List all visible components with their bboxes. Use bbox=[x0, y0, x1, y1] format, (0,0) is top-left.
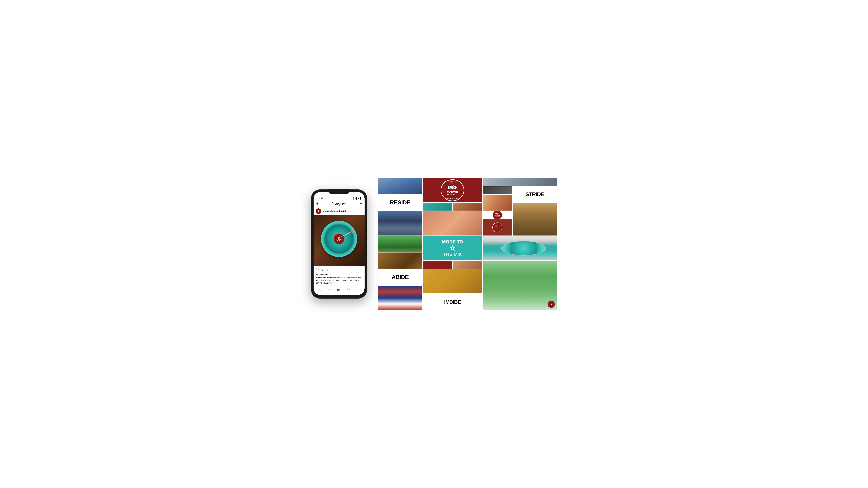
signal-icon: ▌▌▌ bbox=[353, 197, 357, 199]
phone-notch bbox=[328, 189, 350, 194]
collage-cell-more-mix: MORE TO ★ THE MIX bbox=[423, 236, 482, 260]
like-icon[interactable]: ♡ bbox=[316, 268, 319, 272]
logo-plum: PLUM CREEK bbox=[446, 198, 459, 199]
comment-icon[interactable]: ○ bbox=[321, 268, 323, 272]
collage-cell-imbibe: IMBIBE bbox=[423, 294, 482, 310]
bottom-right-logo: ★ bbox=[548, 300, 555, 308]
search-icon[interactable]: ⊙ bbox=[327, 288, 330, 292]
status-icons: ▌▌▌ ▾ ▐ bbox=[353, 197, 361, 199]
bookmark-icon[interactable]: ⊡ bbox=[359, 268, 362, 272]
collage-section: EST. 2021 · KYLE, TX THE BRICK AND MORTA… bbox=[378, 178, 557, 310]
main-logo-circle: EST. 2021 · KYLE, TX THE BRICK AND MORTA… bbox=[441, 179, 464, 201]
small-logo-dist: DISTRICT bbox=[495, 216, 500, 217]
post-actions: ♡ ○ ⬆ ⊡ bbox=[314, 266, 365, 273]
collage-cell-path bbox=[378, 236, 422, 252]
collage-cell-shoes bbox=[483, 178, 557, 186]
vinyl-record: THE BRICK & MORTAR DISTRICT bbox=[321, 221, 357, 257]
share-icon[interactable]: ⬆ bbox=[326, 268, 329, 272]
battery-icon: ▐ bbox=[360, 197, 361, 199]
abide-text: ABIDE bbox=[392, 274, 409, 281]
post-image: THE BRICK & MORTAR DISTRICT bbox=[314, 215, 365, 266]
star-badge: ★ bbox=[548, 300, 555, 308]
logo-district: DISTRICT bbox=[447, 194, 458, 196]
the-mix-text: THE MIX bbox=[443, 252, 462, 257]
avatar-star-icon: ★ bbox=[317, 210, 320, 213]
collage-cell-benches bbox=[378, 253, 422, 268]
bottom-nav: ⌂ ⊙ ⊞ ♡ ⊙ bbox=[314, 286, 365, 295]
status-time: 12:58 bbox=[317, 197, 323, 200]
camera-icon[interactable]: ☀ bbox=[316, 202, 319, 205]
vinyl-label-text: THE BRICK & MORTAR DISTRICT bbox=[337, 237, 342, 241]
caption-username: brickandmortardistrict bbox=[316, 276, 336, 279]
post-header: ★ brickandmortardistrict ··· bbox=[314, 207, 365, 215]
avatar: ★ bbox=[316, 208, 321, 214]
collage-cell-vinyl-large bbox=[483, 236, 557, 260]
collage-cell-1 bbox=[378, 178, 422, 194]
reside-text: RESIDE bbox=[390, 199, 410, 206]
mix-star-icon: ★ bbox=[450, 245, 455, 251]
more-to-text: MORE TO bbox=[442, 239, 463, 245]
collage-cell-social bbox=[423, 269, 482, 293]
collage-cell-reside: RESIDE bbox=[378, 195, 422, 211]
collage-cell-person bbox=[453, 261, 482, 268]
logo-est: EST. 2021 · KYLE, TX bbox=[443, 181, 462, 184]
collage-cell-warm bbox=[453, 203, 482, 210]
collage-cell-abide: ABIDE bbox=[378, 269, 422, 285]
profile-icon[interactable]: ⊙ bbox=[356, 288, 360, 292]
phone-frame: 12:58 ▌▌▌ ▾ ▐ ☀ Instagram ➤ bbox=[311, 189, 367, 299]
collage-cell-dog: ★ bbox=[483, 261, 557, 310]
collage-cell-smile bbox=[423, 211, 482, 235]
collage-cell-red-small: BRICK & MORTAR DISTRICT bbox=[483, 220, 512, 235]
phone-screen: 12:58 ▌▌▌ ▾ ▐ ☀ Instagram ➤ bbox=[314, 192, 365, 295]
post-username[interactable]: brickandmortardistrict bbox=[322, 210, 358, 213]
collage-cell-skin bbox=[483, 195, 512, 211]
logo-mortar: MORTAR bbox=[447, 191, 458, 194]
create-icon[interactable]: ⊞ bbox=[337, 288, 340, 292]
more-options-icon[interactable]: ··· bbox=[360, 209, 362, 213]
post-caption: brickandmortardistrict What mixes with T… bbox=[314, 276, 365, 286]
collage-cell-building-right bbox=[513, 203, 557, 235]
send-icon[interactable]: ➤ bbox=[359, 201, 362, 205]
label-line4: DISTRICT bbox=[337, 240, 342, 241]
collage-cell-dark-2 bbox=[483, 186, 512, 194]
instagram-logo: Instagram bbox=[332, 201, 346, 206]
imbibe-text: IMBIBE bbox=[444, 299, 461, 305]
home-icon[interactable]: ⌂ bbox=[319, 288, 321, 292]
collage-cell-flag bbox=[378, 286, 422, 310]
small2-dist: DISTRICT bbox=[495, 229, 500, 230]
phone-mockup: 12:58 ▌▌▌ ▾ ▐ ☀ Instagram ➤ bbox=[311, 189, 367, 299]
collage-cell-logo-small: BRICK & MORTAR DISTRICT bbox=[483, 211, 512, 219]
collage-cell-stride: STRIDE bbox=[513, 186, 557, 202]
small2-brick: BRICK bbox=[495, 225, 499, 227]
vinyl-label: THE BRICK & MORTAR DISTRICT bbox=[334, 233, 344, 245]
small-logo-2: BRICK & MORTAR DISTRICT bbox=[492, 223, 502, 232]
page-container: 12:58 ▌▌▌ ▾ ▐ ☀ Instagram ➤ bbox=[304, 171, 564, 317]
wifi-icon: ▾ bbox=[358, 197, 359, 199]
collage-cell-teal bbox=[423, 203, 452, 210]
reels-icon[interactable]: ♡ bbox=[347, 288, 350, 292]
stride-text: STRIDE bbox=[525, 191, 544, 197]
logo-brick: BRICK bbox=[447, 186, 458, 189]
collage-cell-logo-main: EST. 2021 · KYLE, TX THE BRICK AND MORTA… bbox=[423, 178, 482, 202]
collage-cell-building-left bbox=[378, 211, 422, 235]
instagram-header: ☀ Instagram ➤ bbox=[314, 200, 365, 207]
post-views: 34,236 views bbox=[314, 273, 365, 276]
collage-grid: EST. 2021 · KYLE, TX THE BRICK AND MORTA… bbox=[378, 178, 557, 310]
small-logo: BRICK & MORTAR DISTRICT bbox=[492, 211, 502, 219]
